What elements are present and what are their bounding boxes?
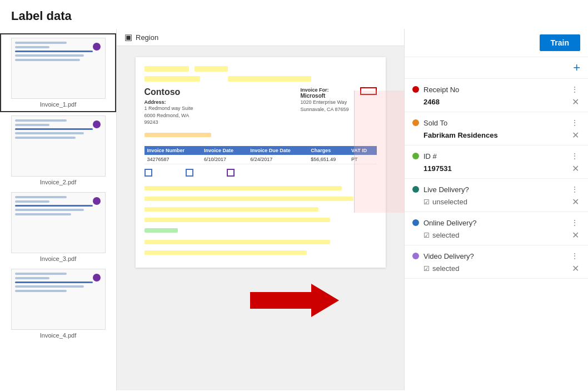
label-dot-video-delivery [412,253,419,259]
label-close-live-delivery[interactable]: ✕ [571,197,580,207]
label-value-id: 1197531 [423,164,452,173]
label-close-id[interactable]: ✕ [571,163,580,174]
label-name-live-delivery: Live Delivery? [423,185,565,194]
invoice-for-label: Invoice For: [300,87,348,93]
address-label: Address: [144,99,193,105]
canvas-toolbar: ▣ Region [117,29,404,46]
table-header-1: Invoice Date [201,146,247,155]
address-value: 1 Redmond way Suite6000 Redmond, WA99243 [144,105,193,126]
label-name-video-delivery: Video Delivery? [423,252,565,260]
table-header-3: Charges [308,146,348,155]
invoice3-label: Invoice_3.pdf [40,255,76,262]
label-group-online-delivery: Online Delivery? ⋮ ☑ selected ✕ [405,212,588,245]
checkbox-checked-icon: ☑ [423,198,430,206]
sidebar-item-invoice3[interactable]: Invoice_3.pdf [0,189,116,265]
label-value-sold-to: Fabrikam Residences [423,131,498,139]
sidebar: Invoice_1.pdf Invoice_2.pdf [0,29,117,390]
train-button[interactable]: Train [540,34,580,51]
label-close-video-delivery[interactable]: ✕ [571,263,580,274]
label-value-video-delivery: ☑ selected [423,264,459,273]
region-icon: ▣ [124,32,132,42]
page-title: Label data [0,0,588,29]
invoice1-dot [93,43,101,51]
label-more-id[interactable]: ⋮ [570,151,580,161]
label-dot-live-delivery [412,186,419,193]
label-value-receipt-no: 2468 [423,98,440,106]
label-dot-sold-to [412,119,419,126]
invoice-table: Invoice Number Invoice Date Invoice Due … [144,146,377,164]
invoice4-label: Invoice_4.pdf [40,332,76,339]
table-header-2: Invoice Due Date [247,146,308,155]
label-dot-receipt-no [412,86,419,93]
label-group-id: ID # ⋮ 1197531 ✕ [405,145,588,179]
label-more-live-delivery[interactable]: ⋮ [570,184,580,194]
red-arrow [250,284,339,319]
invoice-for-name: Microsoft [300,93,348,99]
label-close-sold-to[interactable]: ✕ [571,130,580,140]
checkbox-checked-icon3: ☑ [423,265,430,273]
add-label-button[interactable]: + [573,61,580,75]
label-name-id: ID # [423,152,565,160]
invoice3-dot [93,197,101,205]
svg-marker-0 [250,284,339,317]
label-name-online-delivery: Online Delivery? [423,219,565,227]
table-header-0: Invoice Number [144,146,201,155]
label-group-sold-to: Sold To ⋮ Fabrikam Residences ✕ [405,112,588,145]
checkbox-checked-icon2: ☑ [423,232,430,239]
label-more-online-delivery[interactable]: ⋮ [570,218,580,228]
labels-list: Receipt No ⋮ 2468 ✕ Sold To ⋮ Fabrikam R… [405,79,588,390]
label-name-sold-to: Sold To [423,119,565,127]
table-row: 34276587 6/10/2017 6/24/2017 $56,651.49 … [144,155,377,164]
invoice2-label: Invoice_2.pdf [40,179,76,185]
canvas-area: ▣ Region Contoso Address [117,29,405,390]
invoice1-label: Invoice_1.pdf [40,101,76,108]
label-more-video-delivery[interactable]: ⋮ [570,251,580,261]
region-button[interactable]: ▣ Region [124,32,158,42]
invoice-for-address: 1020 Enterprise WaySunnavale, CA 87659 [300,99,348,113]
checkbox-2[interactable] [186,169,193,177]
label-dot-online-delivery [412,219,419,226]
invoice2-dot [93,120,101,128]
sidebar-item-invoice4[interactable]: Invoice_4.pdf [0,265,116,342]
label-more-sold-to[interactable]: ⋮ [570,118,580,128]
label-value-live-delivery: ☑ unselected [423,198,467,206]
checkbox-3[interactable] [227,169,235,177]
pink-overlay [354,91,404,213]
label-more-receipt-no[interactable]: ⋮ [570,84,580,94]
label-close-receipt-no[interactable]: ✕ [571,97,580,107]
label-group-receipt-no: Receipt No ⋮ 2468 ✕ [405,79,588,112]
label-dot-id [412,153,419,159]
checkbox-1[interactable] [144,169,152,177]
label-name-receipt-no: Receipt No [423,86,565,94]
invoice4-dot [93,274,101,282]
sidebar-item-invoice2[interactable]: Invoice_2.pdf [0,112,116,189]
right-panel: Train + Receipt No ⋮ 2468 ✕ [405,29,588,390]
sidebar-item-invoice1[interactable]: Invoice_1.pdf [0,33,116,112]
label-close-online-delivery[interactable]: ✕ [571,230,580,240]
label-group-video-delivery: Video Delivery? ⋮ ☑ selected ✕ [405,245,588,279]
label-group-live-delivery: Live Delivery? ⋮ ☑ unselected ✕ [405,179,588,212]
label-value-online-delivery: ☑ selected [423,231,459,239]
company-name: Contoso [144,87,193,97]
region-label: Region [136,33,158,42]
